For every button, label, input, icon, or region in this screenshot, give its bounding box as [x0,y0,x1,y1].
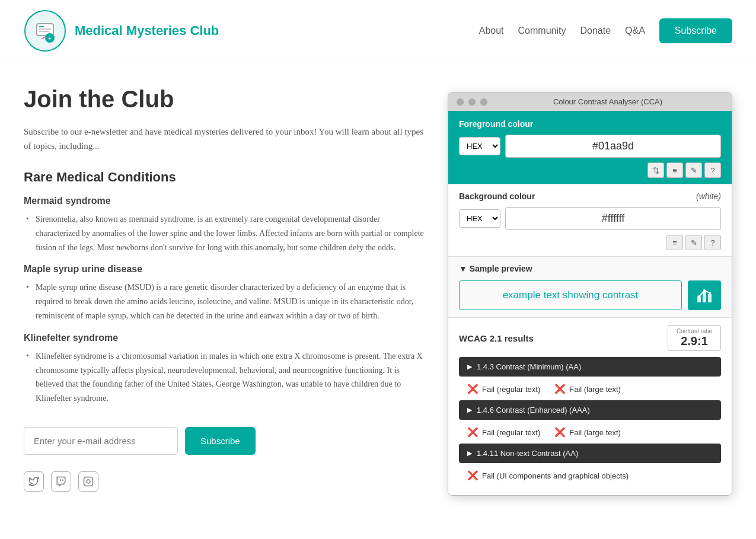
aa-fail-large-label: Fail (large text) [569,385,621,394]
svg-point-12 [698,295,700,298]
criterion-aaa-arrow: ▶ [467,406,472,414]
condition-mermaid: Mermaid syndrome Sirenomelia, also known… [24,196,424,254]
twitter-icon[interactable] [24,471,44,492]
cca-background-format-select[interactable]: HEX [459,209,500,228]
subscribe-button[interactable]: Subscribe [185,427,256,455]
cca-options-button[interactable]: ≡ [666,162,683,178]
condition-klinefelter: Klinefelter syndrome Klinefelter syndrom… [24,333,424,406]
cca-background-input-row: HEX [459,207,721,230]
cca-swap-button[interactable]: ⇅ [647,162,664,178]
criterion-nontext-arrow: ▶ [467,449,472,457]
cca-sample-text: example text showing contrast [503,289,639,301]
criterion-aaa-label: 1.4.6 Contrast (Enhanced) (AAA) [477,406,590,414]
cca-results-section: WCAG 2.1 results Contrast ratio 2.9:1 ▶ … [448,317,732,495]
criterion-aa-label: 1.4.3 Contrast (Minimum) (AA) [477,362,581,371]
cca-titlebar: Colour Contrast Analyser (CCA) [448,93,732,111]
svg-point-13 [703,289,706,292]
subscribe-row: Subscribe [24,427,424,455]
cca-sample-row: example text showing contrast [459,280,721,310]
cca-aa-fail-large: ❌ Fail (large text) [554,384,621,394]
svg-text:+: + [48,34,52,42]
condition-msud-title: Maple syrup urine disease [24,264,424,275]
condition-mermaid-title: Mermaid syndrome [24,196,424,206]
cca-nontext-fail-regular: ❌ Fail (UI components and graphical obje… [467,470,629,481]
cca-aaa-fail-row: ❌ Fail (regular text) ❌ Fail (large text… [459,423,721,444]
criterion-nontext-label: 1.4.11 Non-text Contrast (AA) [477,449,578,458]
nav-qa[interactable]: Q&A [625,25,645,36]
nav-subscribe-button[interactable]: Subscribe [659,18,732,43]
cca-nontext-fail-row: ❌ Fail (UI components and graphical obje… [459,467,721,487]
cca-foreground-tools: ⇅ ≡ ✎ ? [459,162,721,178]
cca-contrast-ratio-label: Contrast ratio [677,328,712,334]
main-layout: Join the Club Subscribe to our e-newslet… [0,62,756,519]
cca-results-label: WCAG 2.1 results [459,333,534,343]
aaa-fail-large-label: Fail (large text) [569,428,621,437]
social-icons [24,471,424,492]
cca-aaa-fail-regular: ❌ Fail (regular text) [467,427,540,438]
header: + Medical Mysteries Club About Community… [0,0,756,62]
cca-sample-section: ▼ Sample preview example text showing co… [448,256,732,317]
cca-background-value-input[interactable] [505,207,721,230]
nav-donate[interactable]: Donate [580,25,611,36]
cca-foreground-value-input[interactable] [505,135,721,158]
cca-sample-label: ▼ Sample preview [459,264,721,273]
logo-text: Medical Mysteries Club [75,23,219,39]
condition-msud-body: Maple syrup urine disease (MSUD) is a ra… [24,280,424,323]
aaa-fail-regular-label: Fail (regular text) [482,428,540,437]
cca-sample-text-box: example text showing contrast [459,280,682,310]
svg-point-14 [709,292,711,294]
condition-msud: Maple syrup urine disease Maple syrup ur… [24,264,424,323]
nontext-fail-icon: ❌ [467,470,479,481]
condition-klinefelter-body: Klinefelter syndrome is a chromosomal va… [24,349,424,406]
main-content: Join the Club Subscribe to our e-newslet… [24,86,424,496]
svg-rect-11 [708,294,712,302]
twitch-icon[interactable] [51,471,71,492]
cca-foreground-section: Foreground colour HEX ⇅ ≡ ✎ ? [448,111,732,184]
cca-dot-green [480,98,487,106]
cca-bg-help-button[interactable]: ? [704,235,721,250]
aa-fail-large-icon: ❌ [554,384,566,394]
aaa-fail-large-icon: ❌ [554,427,566,438]
cca-results-header: WCAG 2.1 results Contrast ratio 2.9:1 [459,325,721,351]
nontext-fail-label: Fail (UI components and graphical object… [482,471,629,480]
page-title: Join the Club [24,86,424,113]
cca-aa-fail-regular: ❌ Fail (regular text) [467,384,540,394]
cca-background-white: (white) [696,192,721,201]
nav-about[interactable]: About [479,25,504,36]
cca-bg-label-row: Background colour (white) [459,192,721,201]
aa-fail-regular-label: Fail (regular text) [482,385,540,394]
cca-eyedropper-button[interactable]: ✎ [685,162,702,178]
cca-dot-yellow [468,98,476,106]
instagram-icon[interactable] [78,471,98,492]
nav-community[interactable]: Community [518,25,566,36]
cca-criterion-aa[interactable]: ▶ 1.4.3 Contrast (Minimum) (AA) [459,357,721,377]
svg-rect-3 [39,28,51,30]
cca-background-tools: ≡ ✎ ? [459,235,721,250]
svg-rect-4 [39,31,49,32]
cca-chart-button[interactable] [688,280,721,310]
aaa-fail-regular-icon: ❌ [467,427,479,438]
cca-criterion-nontext[interactable]: ▶ 1.4.11 Non-text Contrast (AA) [459,444,721,463]
logo-area: + Medical Mysteries Club [24,9,219,52]
cca-aaa-fail-large: ❌ Fail (large text) [554,427,621,438]
criterion-aa-arrow: ▶ [467,363,472,371]
aa-fail-regular-icon: ❌ [467,384,479,394]
cca-bg-options-button[interactable]: ≡ [666,235,683,250]
cca-foreground-label: Foreground colour [459,119,721,129]
email-input[interactable] [24,427,178,455]
cca-dot-red [457,98,464,106]
cca-bg-eyedropper-button[interactable]: ✎ [685,235,702,250]
cca-panel: Colour Contrast Analyser (CCA) Foregroun… [448,92,732,496]
cca-foreground-format-select[interactable]: HEX [459,137,500,155]
cca-criterion-aaa[interactable]: ▶ 1.4.6 Contrast (Enhanced) (AAA) [459,400,721,420]
cca-foreground-input-row: HEX [459,135,721,158]
section-title: Rare Medical Conditions [24,170,424,185]
cca-background-label: Background colour [459,192,535,201]
cca-help-button[interactable]: ? [704,162,721,178]
cca-aa-fail-row: ❌ Fail (regular text) ❌ Fail (large text… [459,380,721,400]
svg-rect-2 [39,26,44,27]
svg-rect-10 [703,292,706,302]
chart-icon [695,286,714,305]
logo-icon: + [24,9,66,52]
cca-background-section: Background colour (white) HEX ≡ ✎ ? [448,184,732,256]
